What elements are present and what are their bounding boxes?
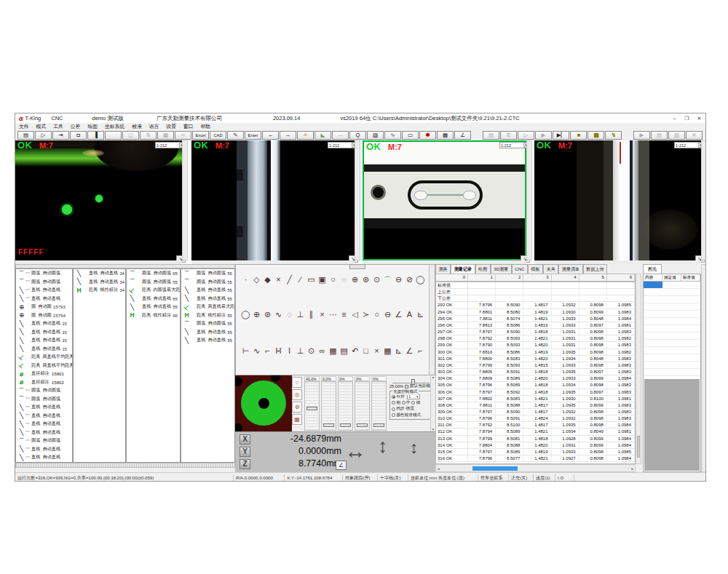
list-item[interactable]: ╲直线自动直线15 (16, 319, 72, 328)
results-vscrollbar[interactable] (636, 274, 641, 464)
jog-z-icon[interactable]: ↕ (410, 438, 419, 458)
results-hscrollbar[interactable]: ◂ ▸ (435, 464, 636, 472)
list-item[interactable]: ╲***直线自动直线 (16, 428, 72, 437)
tab-elements[interactable]: 图元 (643, 264, 662, 274)
options-scrollbar[interactable]: ▲ ▼ (430, 375, 435, 431)
blank-button[interactable] (105, 131, 122, 140)
list-item[interactable]: ╲直线自动直线34 (74, 278, 125, 287)
camera-button[interactable]: ▐ (87, 131, 104, 140)
tool-icon[interactable]: ⊾ (415, 310, 426, 319)
list-item[interactable]: ╲***直线自动直线 (16, 420, 72, 428)
table-row[interactable]: 标准值 (436, 282, 635, 289)
play2-button[interactable]: ▶ (633, 131, 650, 140)
list-item[interactable]: ⊢距离两直线平均距离 (16, 353, 72, 362)
maximize-button[interactable]: ❐ (681, 116, 693, 121)
tab-绘图[interactable]: 绘图 (475, 264, 491, 274)
tool-icon[interactable]: ⊕ (251, 310, 262, 319)
list-item[interactable]: ╲***直线自动直线 (16, 445, 72, 454)
list-item[interactable]: H距离线性标注34 (74, 286, 125, 295)
table-row[interactable]: 313 OK7.87998.50811.48181.09280.80991.09… (436, 436, 635, 442)
close-button[interactable]: ✕ (693, 116, 705, 121)
camera-select-dropdown[interactable]: 1-212 ▼ (499, 142, 530, 148)
scroll-thumb[interactable] (637, 436, 640, 458)
tool-icon[interactable]: · (240, 275, 251, 286)
list-item[interactable]: ⌒圆弧自动圆弧55 (127, 278, 180, 287)
list-item[interactable]: H距离线性标注66 (127, 311, 180, 320)
slider-track[interactable] (304, 381, 320, 431)
open2-button[interactable]: ▷ (518, 131, 534, 140)
lists-bottom-scrollbar[interactable] (15, 463, 235, 468)
list-item[interactable]: ╲直线自动直线34 (74, 269, 125, 278)
camera-2-vscrollbar[interactable] (355, 140, 360, 260)
play-button[interactable]: ▶ (535, 131, 552, 140)
list-item[interactable]: ⌒圆弧自动圆弧65 (127, 269, 180, 278)
table-row[interactable] (644, 325, 700, 332)
menu-校准[interactable]: 校准 (128, 123, 146, 130)
menu-坐标系统[interactable]: 坐标系统 (101, 123, 128, 130)
list-item[interactable]: ⌒圆弧自动圆弧55 (181, 278, 234, 287)
table-row[interactable]: 296 OK7.88138.50861.48161.09330.80971.09… (436, 322, 635, 329)
tool-icon[interactable]: ⊥ (295, 310, 306, 319)
tool-icon[interactable]: ∠ (404, 346, 415, 356)
light-mode-button[interactable]: ▦ (292, 414, 302, 425)
tool-icon[interactable]: × (371, 346, 382, 356)
tool-icon[interactable]: ⊖ (382, 310, 393, 319)
tool-icon[interactable]: ⌐ (415, 346, 426, 356)
list-item[interactable]: ⊕圆自动圆15794 (16, 311, 72, 320)
table-row[interactable]: 312 OK7.87948.50891.48211.09340.80491.09… (436, 428, 635, 435)
level-mid-radio[interactable] (402, 401, 405, 404)
toolbox-scrollbar[interactable] (429, 265, 435, 375)
tab-模板[interactable]: 模板 (528, 264, 543, 274)
pattern-button[interactable]: ▨ (367, 131, 384, 140)
table-row[interactable]: 298 OK7.87928.50931.48211.09310.80981.09… (436, 335, 635, 342)
jog-horizontal-icon[interactable]: ↔ (344, 439, 366, 463)
jog-vertical-icon[interactable]: ↕ (378, 435, 388, 458)
table-row[interactable] (644, 347, 700, 354)
capture-button[interactable]: ◫ (122, 131, 139, 140)
tool-icon[interactable]: H (273, 346, 284, 356)
list-item[interactable]: ⊕圆自动圆15793 (16, 303, 72, 311)
light-slider[interactable]: 0.0% (321, 376, 336, 431)
camera-select-dropdown[interactable]: 1-212 ▼ (328, 142, 358, 148)
list-item[interactable]: ⌒***圆弧自动圆弧 (16, 386, 72, 395)
excel-export-button[interactable]: Excel (192, 131, 209, 140)
cad-export-button[interactable]: CAD (210, 131, 226, 140)
level-fine-radio[interactable] (411, 401, 415, 404)
color-mode-radio[interactable] (392, 413, 395, 417)
list-item[interactable]: ⌒***圆弧自动圆弧 (16, 395, 72, 404)
list-item[interactable]: ╲***直线自动直线 (16, 403, 72, 412)
default-mode-checkbox[interactable] (405, 385, 408, 388)
scroll-right-icon[interactable]: ▸ (631, 466, 633, 471)
table-row[interactable]: 315 OK7.87978.50891.48191.09330.80981.09… (436, 449, 635, 455)
level-coarse-radio[interactable] (392, 401, 395, 404)
target-button[interactable]: ✱ (419, 131, 436, 140)
tool-icon[interactable]: ⊾ (393, 346, 404, 356)
probe-button[interactable]: ◘ (70, 131, 87, 140)
list-item[interactable]: ╲***直线自动直线 (16, 412, 72, 420)
magnifier-button[interactable]: Q (349, 131, 366, 140)
master-intensity-slider[interactable] (392, 377, 430, 383)
light-mode-button[interactable]: ○ (292, 377, 302, 388)
table-row[interactable]: 302 OK7.87998.50931.48151.09330.80981.09… (436, 362, 635, 369)
list-item[interactable]: ╲直线自动直线15 (16, 336, 72, 345)
tab-数据上传[interactable]: 数据上传 (583, 264, 607, 274)
group-button[interactable]: ≣ (500, 131, 517, 140)
sync-radio[interactable] (392, 407, 395, 411)
image-button[interactable]: ◣ (314, 131, 331, 140)
run-button[interactable]: ↯ (605, 131, 622, 140)
camera-3-vscrollbar[interactable] (526, 140, 532, 260)
table-row[interactable] (644, 282, 700, 289)
table-row[interactable]: 299 OK7.87908.50931.48201.09310.80981.09… (436, 342, 635, 348)
scroll-left-icon[interactable]: ◂ (438, 466, 440, 471)
close-tool-button[interactable]: ✕ (686, 131, 703, 140)
table-row[interactable]: 309 OK7.87978.50901.48171.09320.80981.09… (436, 409, 635, 415)
tool-icon[interactable]: ≻ (360, 310, 371, 319)
camera-2-image[interactable]: OK M:7 (191, 140, 355, 260)
tab-测量记录[interactable]: 测量记录 (451, 264, 475, 274)
tab-测量清单[interactable]: 测量清单 (558, 264, 582, 274)
forward-button[interactable]: → (280, 131, 296, 140)
tool-icon[interactable]: ○ (371, 310, 382, 319)
zoom-out-button[interactable]: - - (332, 131, 349, 140)
table-row[interactable]: 294 OK7.88018.50801.48191.09300.80991.09… (436, 309, 635, 316)
table-row[interactable] (644, 369, 700, 376)
